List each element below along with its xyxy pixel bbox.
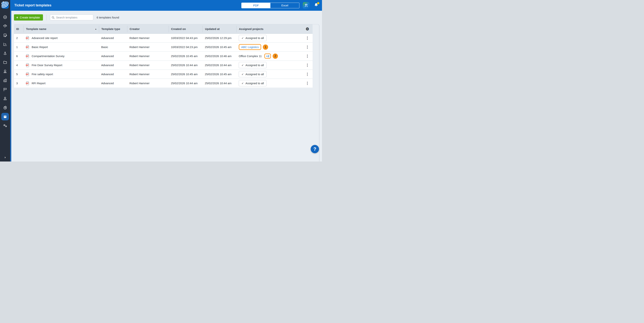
tags-icon — [3, 24, 7, 28]
column-header-creator[interactable]: Creator — [127, 26, 169, 32]
column-header-id[interactable]: ID — [14, 26, 24, 32]
more-projects-link[interactable]: +2 — [266, 54, 269, 58]
sidebar-item-approvals[interactable] — [1, 68, 9, 75]
column-settings-button[interactable]: ⚙ — [302, 26, 312, 32]
table-row[interactable]: 3 PDF RFI Report Advanced Robert Hammer … — [14, 79, 312, 88]
svg-text:PDF: PDF — [26, 74, 28, 75]
cell-creator: Robert Hammer — [127, 82, 169, 85]
kebab-menu-icon[interactable]: ⋮ — [306, 63, 309, 67]
column-header-template-type[interactable]: Template type — [99, 26, 127, 32]
table-row[interactable]: 6 PDF Compartmentation Survey Advanced R… — [14, 52, 312, 61]
pdf-file-icon: PDF — [26, 63, 29, 67]
column-header-assigned-projects[interactable]: Assigned projects — [236, 26, 302, 32]
dashboard-gauge-icon — [3, 15, 7, 19]
help-button[interactable]: ? — [311, 145, 319, 153]
settings-gears-icon — [3, 124, 7, 128]
cell-row-actions: ⋮ — [302, 54, 312, 58]
assigned-to-all-button[interactable]: ✓ Assigned to all — [239, 80, 266, 86]
table-header-row: ID Template name ▲ Template type Creator… — [14, 24, 312, 34]
annotation-highlight-box: ABC Logistics — [239, 44, 261, 50]
page-header: Ticket report templates PDF Excel — [10, 0, 322, 11]
assigned-to-all-button[interactable]: ✓ Assigned to all — [239, 62, 266, 68]
cell-id: 2 — [14, 36, 24, 40]
sidebar-item-companies[interactable] — [1, 77, 9, 84]
apps-launcher-button[interactable] — [303, 2, 310, 9]
project-link[interactable]: ABC Logistics — [241, 46, 259, 48]
sidebar-item-statistics[interactable] — [1, 40, 9, 48]
plus-icon: + — [16, 16, 18, 19]
flag-icon — [3, 88, 7, 92]
sidebar-nav — [1, 14, 9, 130]
app-logo[interactable] — [2, 2, 9, 9]
cell-template-type: Basic — [99, 46, 127, 48]
create-template-button[interactable]: + Create template — [14, 14, 43, 20]
cell-template-type: Advanced — [99, 64, 127, 67]
kebab-menu-icon[interactable]: ⋮ — [306, 45, 309, 49]
toolbar-divider — [46, 15, 46, 20]
sidebar-item-templates[interactable] — [1, 113, 9, 120]
column-header-created-on[interactable]: Created on — [169, 26, 202, 32]
sidebar-item-site-presence[interactable] — [1, 50, 9, 57]
sidebar-item-flags[interactable] — [1, 86, 9, 93]
sidebar-item-tags[interactable] — [1, 22, 9, 30]
cell-template-type: Advanced — [99, 72, 127, 76]
project-name-text: Office Complex 11 — [239, 54, 262, 58]
annotation-step-badge: 1 — [263, 44, 268, 50]
cell-assigned-projects: ✓ Assigned to all — [236, 71, 302, 77]
apps-launcher-icon — [304, 3, 308, 8]
cell-creator: Robert Hammer — [127, 72, 169, 76]
table-row[interactable]: 4 PDF Fire Door Survey Report Advanced R… — [14, 61, 312, 70]
sidebar-item-reports[interactable] — [1, 104, 9, 111]
sidebar-item-projects[interactable] — [1, 58, 9, 66]
kebab-menu-icon[interactable]: ⋮ — [306, 82, 309, 85]
kebab-menu-icon[interactable]: ⋮ — [306, 36, 309, 40]
toolbar: + Create template 6 templates found — [11, 11, 322, 24]
svg-text:PDF: PDF — [26, 56, 28, 56]
search-box — [50, 14, 93, 20]
cell-row-actions: ⋮ — [302, 36, 312, 40]
kebab-menu-icon[interactable]: ⋮ — [306, 54, 309, 58]
sidebar-item-forms[interactable] — [1, 32, 9, 39]
templates-clipboard-icon — [3, 114, 7, 119]
forms-signature-icon — [3, 33, 7, 37]
search-icon — [52, 16, 55, 19]
export-format-toggle: PDF Excel — [241, 3, 300, 8]
cell-updated-at: 25/02/2026 10:46 am — [202, 54, 236, 58]
sidebar-expand-chevron-icon[interactable]: › — [0, 156, 10, 159]
sidebar: › — [0, 0, 10, 162]
cell-row-actions: ⋮ — [302, 82, 312, 85]
reports-pie-icon — [3, 106, 7, 110]
cell-created-on: 25/02/2026 10:44 am — [169, 82, 202, 85]
sidebar-item-dashboard[interactable] — [1, 14, 9, 21]
cell-id: 6 — [14, 54, 24, 58]
column-header-template-name[interactable]: Template name ▲ — [24, 26, 99, 32]
app-window: › Ticket report templates PDF Excel — [0, 0, 322, 162]
cell-created-on: 25/02/2026 10:45 am — [169, 54, 202, 58]
table-row[interactable]: 1 PDF Basic Report Basic Robert Hammer 1… — [14, 43, 312, 52]
cell-assigned-projects: Office Complex 11 +2 2 — [236, 54, 302, 59]
assigned-to-all-button[interactable]: ✓ Assigned to all — [239, 71, 266, 77]
cell-created-on: 25/02/2026 10:45 am — [169, 72, 202, 76]
search-input[interactable] — [50, 14, 93, 20]
svg-text:PDF: PDF — [26, 64, 28, 66]
excel-toggle-button[interactable]: Excel — [270, 3, 299, 8]
main-content: + Create template 6 templates found ID T… — [11, 11, 322, 162]
pdf-toggle-button[interactable]: PDF — [242, 3, 270, 8]
notifications-button[interactable] — [314, 3, 318, 8]
table-body: 2 PDF Advanced site report Advanced Robe… — [14, 34, 312, 88]
table-row[interactable]: 2 PDF Advanced site report Advanced Robe… — [14, 34, 312, 43]
sort-ascending-icon: ▲ — [95, 28, 97, 30]
sidebar-item-settings[interactable] — [1, 122, 9, 130]
statistics-icon — [3, 42, 7, 46]
cell-template-name: PDF Fire Door Survey Report — [24, 63, 99, 67]
column-header-updated-at[interactable]: Updated at — [202, 26, 236, 32]
cell-creator: Robert Hammer — [127, 46, 169, 48]
sidebar-accent-strip — [10, 0, 11, 162]
cell-template-name: PDF Advanced site report — [24, 36, 99, 40]
results-count: 6 templates found — [97, 16, 119, 19]
kebab-menu-icon[interactable]: ⋮ — [306, 72, 309, 76]
sidebar-item-contacts[interactable] — [1, 95, 9, 102]
assigned-to-all-button[interactable]: ✓ Assigned to all — [239, 35, 266, 41]
cell-updated-at: 25/02/2026 10:44 am — [202, 64, 236, 67]
table-row[interactable]: 5 PDF Fire safety report Advanced Robert… — [14, 70, 312, 79]
